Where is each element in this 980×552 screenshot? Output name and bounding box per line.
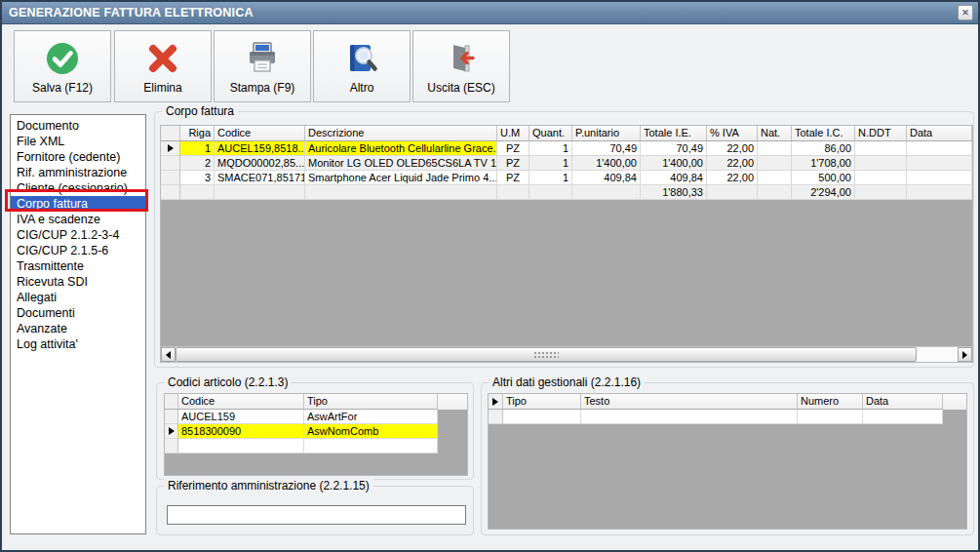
column-header-riga[interactable]: Riga [180,126,215,141]
table-row[interactable]: 2 MQDO00002,85... Monitor LG OLED OLED65… [161,156,972,171]
cell-descrizione[interactable]: Monitor LG OLED OLED65CS6LA TV 16... [305,156,497,171]
row-selector[interactable] [165,410,178,424]
print-button[interactable]: Stampa (F9) [214,30,311,102]
cell-tipo[interactable] [304,439,438,453]
column-header-totale-ic[interactable]: Totale I.C. [792,126,855,141]
cell-riga[interactable]: 2 [180,156,215,171]
more-button[interactable]: Altro [313,30,411,102]
cell-codice[interactable]: SMACE071,851713 [215,171,305,185]
column-header-numero[interactable]: Numero [798,394,863,410]
cell-um[interactable]: PZ [497,141,529,156]
cell-quant[interactable]: 1 [529,141,572,156]
save-button[interactable]: Salva (F12) [14,30,111,102]
column-header-data[interactable]: Data [863,394,943,410]
cell-codice[interactable]: AUCEL159,8518... [215,141,305,156]
cell-totale-ie[interactable]: 409,84 [641,171,707,185]
column-header-nat[interactable]: Nat. [758,126,792,141]
cell-punitario[interactable]: 409,84 [572,171,641,185]
column-header-descrizione[interactable]: Descrizione [305,126,497,141]
cell-data[interactable] [907,171,972,185]
cell-nddt[interactable] [855,141,907,156]
column-header-codice[interactable]: Codice [215,126,305,141]
sidebar-item-iva-scadenze[interactable]: IVA e scadenze [11,212,145,227]
cell-punitario[interactable]: 70,49 [572,141,641,156]
sidebar-item-file-xml[interactable]: File XML [11,134,145,149]
cell-descrizione[interactable]: Smartphone Acer Liquid Jade Primo 4... [305,171,497,185]
cell-codice[interactable]: MQDO00002,85... [215,156,305,171]
column-header-testo[interactable]: Testo [581,394,798,410]
cell-tipo[interactable]: AswArtFor [304,410,438,424]
row-selector[interactable] [161,156,180,171]
column-header-data[interactable]: Data [907,126,972,141]
cell-iva[interactable]: 22,00 [707,171,758,185]
sidebar-item-corpo-fattura[interactable]: Corpo fattura [11,196,145,212]
table-row[interactable]: 1 AUCEL159,8518... Auricolare Bluetooth … [161,141,972,156]
sidebar-item-documento[interactable]: Documento [11,118,145,134]
scroll-track[interactable] [917,347,958,362]
delete-button[interactable]: Elimina [114,30,212,102]
cell-riga[interactable]: 1 [180,141,215,156]
cell-tipo[interactable]: AswNomComb [304,424,438,439]
column-header-codice[interactable]: Codice [178,394,304,410]
sidebar-item-cig-cup-1[interactable]: CIG/CUP 2.1.2-3-4 [11,227,145,243]
cell-iva[interactable]: 22,00 [707,156,758,171]
cell-quant[interactable]: 1 [529,171,572,185]
row-selector[interactable] [161,141,180,156]
horizontal-scrollbar[interactable] [161,346,972,362]
sidebar-item-allegati[interactable]: Allegati [11,290,145,305]
sidebar-item-avanzate[interactable]: Avanzate [11,321,145,336]
cell-data[interactable] [907,141,972,156]
cell-totale-ic[interactable]: 500,00 [792,171,855,185]
sidebar-item-trasmittente[interactable]: Trasmittente [11,258,145,274]
sidebar-item-fornitore[interactable]: Fornitore (cedente) [11,149,145,165]
cell-codice[interactable]: 8518300090 [178,424,304,439]
scroll-left-button[interactable] [161,347,176,362]
cell-nddt[interactable] [855,171,907,185]
sidebar-item-rif-amministrazione[interactable]: Rif. amministrazione [11,165,145,180]
cell-descrizione[interactable]: Auricolare Bluetooth Cellularline Grace.… [305,141,497,156]
column-header-tipo[interactable]: Tipo [503,394,581,410]
sidebar-item-cig-cup-2[interactable]: CIG/CUP 2.1.5-6 [11,243,145,258]
table-row[interactable]: 3 SMACE071,851713 Smartphone Acer Liquid… [161,171,972,185]
cell-codice[interactable]: AUCEL159 [178,410,304,424]
column-header-tipo[interactable]: Tipo [304,394,438,410]
column-header-punitario[interactable]: P.unitario [572,126,641,141]
table-row[interactable]: AUCEL159 AswArtFor [165,410,467,424]
cell-numero[interactable] [798,410,863,424]
column-header-iva[interactable]: % IVA [707,126,758,141]
row-selector[interactable] [489,410,503,424]
close-button[interactable]: ✕ [958,5,973,20]
table-row-empty[interactable] [489,410,966,424]
cell-totale-ie[interactable]: 1'400,00 [641,156,707,171]
table-row[interactable]: 8518300090 AswNomComb [165,424,467,439]
cell-tipo[interactable] [503,410,581,424]
cell-totale-ie[interactable]: 70,49 [641,141,707,156]
rif-amministrazione-input[interactable] [167,505,466,525]
cell-nat[interactable] [758,156,792,171]
column-header-um[interactable]: U.M [497,126,529,141]
row-selector[interactable] [165,424,178,439]
column-header-totale-ie[interactable]: Totale I.E. [641,126,707,141]
row-selector[interactable] [161,171,180,185]
scroll-right-button[interactable] [958,347,972,362]
cell-quant[interactable]: 1 [529,156,572,171]
cell-um[interactable]: PZ [497,156,529,171]
exit-button[interactable]: Uscita (ESC) [412,30,510,102]
column-header-nddt[interactable]: N.DDT [855,126,907,141]
sidebar-item-documenti[interactable]: Documenti [11,305,145,321]
scroll-thumb[interactable] [176,347,917,362]
sidebar-item-ricevuta-sdi[interactable]: Ricevuta SDI [11,274,145,290]
cell-riga[interactable]: 3 [180,171,215,185]
row-selector[interactable] [165,439,178,453]
sidebar-item-log-attivita[interactable]: Log attivita' [11,336,145,352]
cell-nddt[interactable] [855,156,907,171]
cell-testo[interactable] [581,410,798,424]
cell-iva[interactable]: 22,00 [707,141,758,156]
table-row-empty[interactable] [165,439,467,453]
cell-totale-ic[interactable]: 1'708,00 [792,156,855,171]
sidebar-item-cliente[interactable]: Cliente (cessionario) [11,180,145,196]
cell-data[interactable] [907,156,972,171]
column-header-quant[interactable]: Quant. [529,126,572,141]
cell-data[interactable] [863,410,943,424]
cell-um[interactable]: PZ [497,171,529,185]
